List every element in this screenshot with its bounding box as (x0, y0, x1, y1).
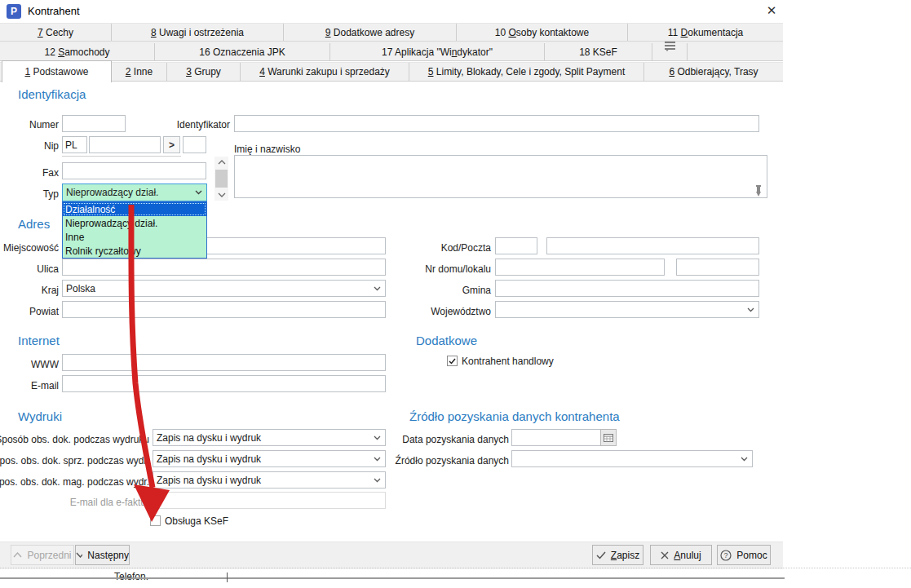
typ-option-nieprowadzacy[interactable]: Nieprowadzący dział. (63, 216, 206, 230)
tab-ksef[interactable]: 18 KSeF (545, 43, 652, 60)
www-input[interactable] (62, 354, 386, 371)
section-dodatkowe: Dodatkowe (416, 334, 477, 347)
x-icon (661, 551, 669, 559)
identyfikator-input[interactable] (234, 115, 759, 132)
efaktura-input (153, 492, 386, 509)
wydruki-row2-select[interactable]: Zapis na dysku i wydruk (153, 450, 386, 467)
help-icon: ? (720, 550, 732, 561)
tab-podstawowe-active[interactable]: 1 Podstawowe (2, 60, 112, 82)
chevron-down-icon (374, 478, 381, 483)
ulica-label: Ulica (0, 263, 59, 275)
chevron-down-icon (195, 190, 202, 195)
section-internet: Internet (18, 334, 60, 347)
data-pozyskania-label: Data pozyskania danych (367, 434, 509, 445)
nip-label: Nip (0, 140, 59, 152)
tab-odbierajacy-trasy[interactable]: 6 Odbierający, Trasy (644, 63, 783, 81)
checkmark-icon (596, 551, 606, 559)
anuluj-button[interactable]: Anuluj (650, 545, 712, 565)
mini-scrollbar[interactable] (214, 157, 228, 201)
nip-underline (62, 156, 181, 157)
tab-warunki-zakupu[interactable]: 4 Warunki zakupu i sprzedaży (241, 63, 409, 81)
imie-nazwisko-textarea[interactable] (234, 155, 767, 198)
section-identyfikacja: Identyfikacja (18, 87, 86, 101)
nip-input[interactable] (89, 136, 161, 153)
pin-icon (754, 184, 763, 197)
email-label: E-mail (0, 380, 59, 391)
kraj-label: Kraj (0, 285, 59, 296)
tab-overflow-button[interactable] (652, 43, 688, 60)
tab-grupy[interactable]: 3 Grupy (167, 63, 241, 81)
scroll-down-icon[interactable] (214, 189, 228, 201)
zapisz-button[interactable]: Zapisz (592, 545, 643, 565)
typ-option-rolnik[interactable]: Rolnik ryczałtowy (63, 244, 206, 258)
typ-dropdown-list: Działalność Nieprowadzący dział. Inne Ro… (62, 201, 207, 259)
telefon-label: Telefon. (114, 571, 148, 582)
tab-row-1: 7 Cechy 8 Uwagi i ostrzeżenia 9 Dodatkow… (0, 23, 783, 42)
zrodlo-pozyskania-select[interactable] (511, 450, 753, 467)
poprzedni-button[interactable]: Poprzedni (11, 545, 74, 565)
nr-domu-input[interactable] (495, 259, 665, 276)
calendar-button[interactable] (600, 429, 617, 446)
tab-osoby-kontaktowe[interactable]: 10 Osoby kontaktowe (457, 24, 628, 41)
window-title: Kontrahent (28, 5, 80, 17)
scroll-up-icon[interactable] (214, 157, 228, 168)
powiat-input[interactable] (62, 301, 386, 318)
tab-oznaczenia-jpk[interactable]: 16 Oznaczenia JPK (155, 43, 330, 60)
underlying-grid-line (0, 577, 785, 579)
miejscowosc-label: Miejscowość (0, 242, 59, 254)
tab-aplikacja-windykator[interactable]: 17 Aplikacja "Windykator" (330, 43, 545, 60)
chevron-down-icon (76, 552, 82, 558)
tab-row-2: 12 Samochody 16 Oznaczenia JPK 17 Aplika… (0, 42, 783, 61)
tab-inne[interactable]: 2 Inne (112, 63, 167, 81)
svg-text:?: ? (724, 551, 728, 559)
nip-suffix-input[interactable] (183, 136, 206, 153)
kraj-select[interactable]: Polska (62, 280, 386, 297)
kod-input[interactable] (495, 237, 537, 254)
poczta-input[interactable] (546, 237, 759, 254)
numer-label: Numer (0, 119, 59, 130)
typ-select[interactable]: Nieprowadzący dział. (62, 183, 207, 201)
dialog-bottom-edge (0, 568, 911, 568)
section-adres: Adres (18, 217, 50, 231)
tab-limity-blokady[interactable]: 5 Limity, Blokady, Cele i zgody, Split P… (409, 63, 644, 81)
tab-dokumentacja[interactable]: 11 Dokumentacja (628, 24, 783, 41)
powiat-label: Powiat (0, 306, 59, 317)
wydruki-row3-select[interactable]: Zapis na dysku i wydruk (153, 471, 386, 489)
calendar-icon (604, 433, 613, 442)
efaktura-label: E-mail dla e-faktur (0, 497, 149, 508)
kontrahent-handlowy-checkbox[interactable] (447, 356, 458, 366)
nip-prefix-box[interactable]: PL (62, 136, 87, 153)
nip-expand-button[interactable]: > (163, 136, 180, 153)
wydruki-row3-label: Spos. obs. dok. mag. podczas wydr. (0, 476, 149, 488)
identyfikator-label: Identyfikator (130, 119, 230, 130)
tab-cechy[interactable]: 7 Cechy (0, 24, 112, 41)
wojewodztwo-select[interactable] (495, 301, 759, 318)
scrollbar-thumb[interactable] (215, 170, 228, 188)
fax-input[interactable] (62, 162, 206, 179)
close-icon[interactable]: ✕ (761, 2, 782, 20)
data-pozyskania-input[interactable] (511, 429, 601, 446)
numer-input[interactable] (62, 115, 126, 132)
typ-option-inne[interactable]: Inne (63, 230, 206, 244)
fax-label: Fax (0, 167, 59, 179)
obsluga-ksef-label: Obsługa KSeF (165, 515, 228, 527)
zrodlo-pozyskania-label: Źródło pozyskania danych (367, 455, 509, 466)
gmina-input[interactable] (495, 280, 759, 297)
tab-samochody[interactable]: 12 Samochody (0, 43, 155, 60)
nastepny-button[interactable]: Następny (75, 545, 130, 565)
wydruki-row1-select[interactable]: Zapis na dysku i wydruk (153, 429, 386, 446)
ulica-input[interactable] (62, 259, 386, 276)
section-zrodlo: Źródło pozyskania danych kontrahenta (409, 409, 620, 423)
pomoc-button[interactable]: ? Pomoc (717, 545, 771, 565)
typ-option-dzialalnosc[interactable]: Działalność (63, 202, 206, 216)
tab-uwagi-i-ostrzezenia[interactable]: 8 Uwagi i ostrzeżenia (112, 24, 284, 41)
typ-label: Typ (0, 188, 59, 200)
wojewodztwo-label: Województwo (351, 306, 491, 317)
nr-lokalu-input[interactable] (676, 259, 759, 276)
wydruki-row2-label: Spos. obs. dok. sprz. podczas wydr. (0, 455, 149, 466)
tab-dodatkowe-adresy[interactable]: 9 Dodatkowe adresy (284, 24, 457, 41)
email-input[interactable] (62, 375, 386, 392)
obsluga-ksef-checkbox[interactable] (150, 515, 161, 526)
www-label: WWW (0, 359, 59, 370)
underlying-grid-tick (227, 573, 228, 582)
